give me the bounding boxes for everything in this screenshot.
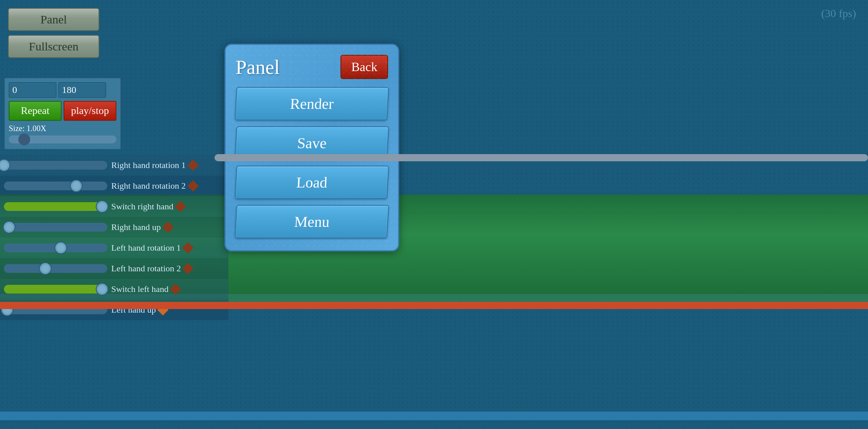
slider-track[interactable]	[4, 285, 107, 294]
repeat-button[interactable]: Repeat	[9, 101, 62, 121]
anim-end-input[interactable]	[58, 82, 106, 98]
slider-thumb[interactable]	[96, 200, 108, 213]
slider-label: Switch right hand	[111, 201, 173, 212]
slider-row: Right hand rotation 2	[0, 176, 228, 196]
diamond-icon	[187, 180, 198, 191]
animation-controls: Repeat play/stop Size: 1.00X	[4, 77, 121, 150]
panel-button[interactable]: Panel	[8, 8, 99, 31]
slider-thumb[interactable]	[70, 180, 83, 192]
size-label: Size: 1.00X	[9, 124, 116, 133]
panel-header: Panel Back	[236, 55, 388, 79]
slider-label: Switch left hand	[111, 284, 168, 294]
slider-row: Switch right hand	[0, 196, 228, 217]
diamond-icon	[162, 222, 174, 233]
slider-label: Left hand rotation 1	[111, 243, 181, 253]
diamond-icon	[170, 284, 181, 295]
diamond-icon	[187, 160, 198, 171]
playstop-button[interactable]: play/stop	[64, 101, 116, 121]
panel-buttons-container: RenderSaveLoadMenu	[236, 87, 388, 238]
left-panel: Panel Fullscreen	[8, 8, 99, 58]
panel-menu-button-render[interactable]: Render	[235, 87, 389, 120]
slider-label: Right hand rotation 1	[111, 160, 186, 170]
sliders-list: Right hand rotation 1Right hand rotation…	[0, 155, 228, 320]
slider-track[interactable]	[4, 264, 107, 273]
slider-track[interactable]	[4, 223, 107, 232]
diamond-icon	[182, 263, 193, 274]
slider-label: Right hand up	[111, 222, 161, 232]
slider-row: Right hand rotation 1	[0, 155, 228, 176]
diamond-icon	[182, 242, 193, 253]
slider-thumb[interactable]	[0, 159, 10, 172]
slider-row: Left hand rotation 2	[0, 258, 228, 279]
slider-thumb[interactable]	[54, 242, 67, 254]
slider-track[interactable]	[4, 243, 107, 252]
back-button[interactable]: Back	[340, 55, 388, 79]
fps-counter: (30 fps)	[821, 7, 856, 20]
panel-menu-button-menu[interactable]: Menu	[235, 205, 389, 238]
slider-label: Right hand rotation 2	[111, 181, 186, 191]
slider-track[interactable]	[4, 182, 107, 190]
slider-thumb[interactable]	[3, 221, 15, 234]
slider-fill	[4, 182, 76, 190]
slider-row: Switch left hand	[0, 279, 228, 300]
horizontal-line-bottom	[0, 412, 868, 420]
anim-inputs	[9, 82, 116, 98]
slider-row: Right hand up	[0, 217, 228, 238]
slider-track[interactable]	[4, 161, 107, 170]
slider-thumb[interactable]	[96, 283, 108, 296]
slider-track[interactable]	[4, 202, 107, 211]
slider-thumb[interactable]	[39, 262, 52, 275]
slider-fill	[4, 285, 102, 294]
slider-fill	[4, 202, 102, 211]
slider-label: Left hand rotation 2	[111, 263, 181, 274]
size-slider[interactable]	[9, 135, 116, 143]
slider-fill	[4, 243, 61, 252]
panel-title: Panel	[236, 56, 280, 79]
diamond-icon	[175, 201, 186, 212]
fullscreen-button[interactable]: Fullscreen	[8, 35, 99, 58]
horizontal-line	[215, 154, 868, 161]
panel-menu-button-load[interactable]: Load	[235, 166, 389, 199]
main-panel: Panel Back RenderSaveLoadMenu	[224, 44, 399, 251]
anim-start-input[interactable]	[9, 82, 56, 98]
horizontal-line-2	[0, 302, 868, 309]
slider-row: Left hand rotation 1	[0, 238, 228, 258]
anim-buttons: Repeat play/stop	[9, 101, 116, 121]
